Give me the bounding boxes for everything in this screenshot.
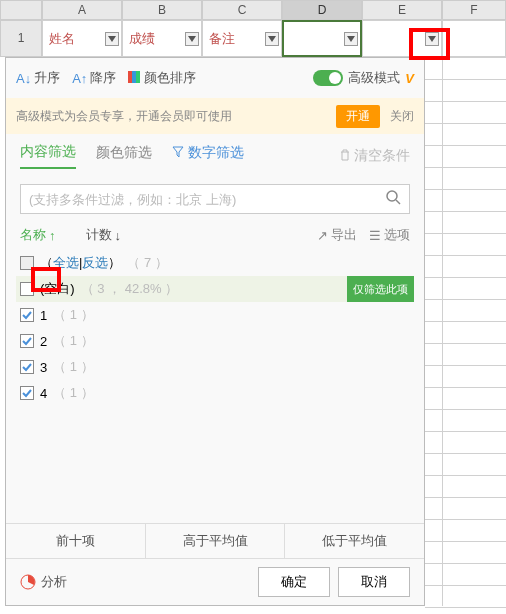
svg-line-4: [396, 200, 400, 204]
select-all-link[interactable]: 全选: [53, 255, 79, 270]
sort-toolbar: A↓ 升序 A↑ 降序 颜色排序 高级模式 V: [6, 58, 424, 98]
banner-close-button[interactable]: 关闭: [390, 108, 414, 125]
cancel-button[interactable]: 取消: [338, 567, 410, 597]
advanced-banner: 高级模式为会员专享，开通会员即可使用 开通 关闭: [6, 98, 424, 134]
filter-tabs: 内容筛选 颜色筛选 数字筛选 清空条件: [6, 134, 424, 178]
filter-only-this-button[interactable]: 仅筛选此项: [347, 276, 414, 302]
item-checkbox[interactable]: [20, 360, 34, 374]
clear-conditions-button[interactable]: 清空条件: [339, 147, 410, 165]
svg-rect-0: [128, 71, 132, 83]
search-input[interactable]: [29, 192, 385, 207]
column-header-d[interactable]: D: [282, 0, 362, 20]
list-item[interactable]: 1 （ 1 ）: [20, 302, 410, 328]
filter-list: （全选|反选） （ 7 ） (空白) （ 3 ， 42.8% ） 仅筛选此项 1…: [6, 250, 424, 523]
svg-point-3: [387, 191, 397, 201]
tab-content-filter[interactable]: 内容筛选: [20, 143, 76, 169]
invert-selection-link[interactable]: 反选: [82, 255, 108, 270]
sort-desc-icon: A↑: [72, 71, 87, 86]
item-count: （ 1 ）: [53, 358, 93, 376]
search-box: [20, 184, 410, 214]
list-item[interactable]: 3 （ 1 ）: [20, 354, 410, 380]
column-header-a[interactable]: A: [42, 0, 122, 20]
trash-icon: [339, 148, 351, 164]
arrow-up-icon: ↑: [49, 228, 56, 243]
list-item[interactable]: 4 （ 1 ）: [20, 380, 410, 406]
cell-f1[interactable]: [442, 20, 506, 57]
below-average-button[interactable]: 低于平均值: [285, 524, 424, 558]
analysis-button[interactable]: 分析: [20, 573, 67, 591]
export-button[interactable]: ↗ 导出: [317, 226, 357, 244]
select-all-corner[interactable]: [0, 0, 42, 20]
row-header-1[interactable]: 1: [0, 20, 42, 57]
item-checkbox[interactable]: [20, 308, 34, 322]
toggle-on-icon: [313, 70, 343, 86]
filter-panel: A↓ 升序 A↑ 降序 颜色排序 高级模式 V 高级模式为会员专享，开通会员即可…: [5, 57, 425, 606]
top-10-button[interactable]: 前十项: [6, 524, 146, 558]
item-count: （ 1 ）: [53, 306, 93, 324]
column-name-header[interactable]: 名称 ↑: [20, 226, 56, 244]
column-header-e[interactable]: E: [362, 0, 442, 20]
item-checkbox[interactable]: [20, 334, 34, 348]
sort-desc-button[interactable]: A↑ 降序: [72, 69, 116, 87]
above-average-button[interactable]: 高于平均值: [146, 524, 286, 558]
tab-color-filter[interactable]: 颜色筛选: [96, 144, 152, 168]
select-all-checkbox[interactable]: [20, 256, 34, 270]
cell-c1[interactable]: 备注: [202, 20, 282, 57]
sort-asc-icon: A↓: [16, 71, 31, 86]
blank-label: (空白): [40, 280, 75, 298]
vip-badge-icon: V: [405, 71, 414, 86]
ok-button[interactable]: 确定: [258, 567, 330, 597]
item-checkbox[interactable]: [20, 386, 34, 400]
cell-d1[interactable]: [282, 20, 362, 57]
color-sort-icon: [128, 71, 140, 86]
banner-text: 高级模式为会员专享，开通会员即可使用: [16, 108, 232, 125]
filter-dropdown-a[interactable]: [105, 32, 119, 46]
banner-open-button[interactable]: 开通: [336, 105, 380, 128]
column-header-c[interactable]: C: [202, 0, 282, 20]
column-count-header[interactable]: 计数 ↓: [86, 226, 122, 244]
item-label: 1: [40, 308, 47, 323]
filter-dropdown-e[interactable]: [425, 32, 439, 46]
svg-rect-2: [136, 71, 140, 83]
item-count: （ 1 ）: [53, 384, 93, 402]
item-label: 3: [40, 360, 47, 375]
cell-b1[interactable]: 成绩: [122, 20, 202, 57]
quick-filters: 前十项 高于平均值 低于平均值: [6, 523, 424, 559]
arrow-down-icon: ↓: [115, 228, 122, 243]
sort-asc-button[interactable]: A↓ 升序: [16, 69, 60, 87]
grid-lines: [425, 57, 506, 606]
item-label: 2: [40, 334, 47, 349]
filter-dropdown-b[interactable]: [185, 32, 199, 46]
search-icon[interactable]: [385, 189, 401, 209]
color-sort-button[interactable]: 颜色排序: [128, 69, 196, 87]
funnel-icon: [172, 145, 184, 161]
filter-dropdown-d[interactable]: [344, 32, 358, 46]
column-header-f[interactable]: F: [442, 0, 506, 20]
pie-chart-icon: [20, 574, 36, 590]
tab-number-filter[interactable]: 数字筛选: [172, 144, 244, 168]
list-item[interactable]: 2 （ 1 ）: [20, 328, 410, 354]
item-count: （ 1 ）: [53, 332, 93, 350]
panel-footer: 分析 确定 取消: [6, 559, 424, 605]
svg-rect-1: [132, 71, 136, 83]
spreadsheet-header: 1 A姓名B成绩C备注DEF: [0, 0, 506, 57]
blank-checkbox[interactable]: [20, 282, 34, 296]
blank-item-row[interactable]: (空白) （ 3 ， 42.8% ） 仅筛选此项: [20, 276, 410, 302]
filter-dropdown-c[interactable]: [265, 32, 279, 46]
column-header-b[interactable]: B: [122, 0, 202, 20]
advanced-mode-toggle[interactable]: 高级模式 V: [313, 69, 414, 87]
options-button[interactable]: ☰ 选项: [369, 226, 410, 244]
search-row: [6, 178, 424, 220]
cell-a1[interactable]: 姓名: [42, 20, 122, 57]
total-count: （ 7 ）: [127, 254, 167, 272]
export-icon: ↗: [317, 228, 328, 243]
options-icon: ☰: [369, 228, 381, 243]
list-header: 名称 ↑ 计数 ↓ ↗ 导出 ☰ 选项: [6, 220, 424, 250]
blank-count: （ 3 ， 42.8% ）: [81, 280, 179, 298]
cell-e1[interactable]: [362, 20, 442, 57]
select-all-row[interactable]: （全选|反选） （ 7 ）: [20, 250, 410, 276]
item-label: 4: [40, 386, 47, 401]
